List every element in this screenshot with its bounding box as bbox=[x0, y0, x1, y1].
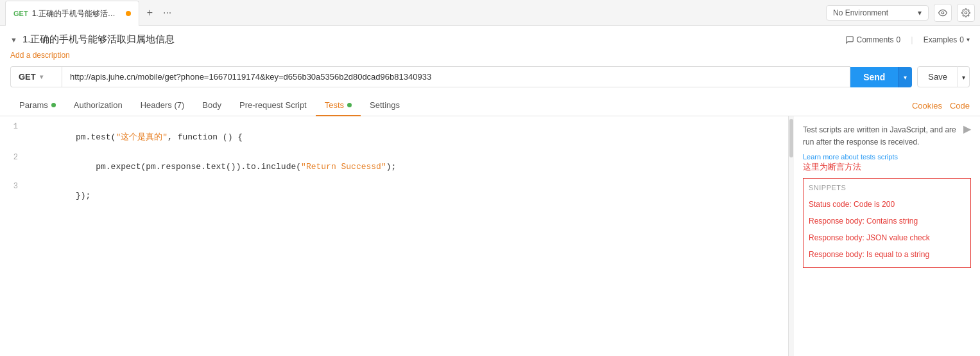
top-right-actions: Comments 0 | Examples 0 ▾ bbox=[845, 35, 970, 44]
cookies-link[interactable]: Cookies bbox=[912, 96, 942, 116]
more-options-button[interactable]: ··· bbox=[160, 6, 174, 20]
tab-settings[interactable]: Settings bbox=[361, 95, 409, 116]
right-tab-group: Cookies Code bbox=[912, 96, 970, 116]
method-label: GET bbox=[19, 72, 36, 82]
examples-chevron-icon: ▾ bbox=[967, 36, 970, 43]
request-tab[interactable]: GET 1.正确的手机号能够活取归属地... bbox=[5, 1, 139, 26]
comments-label: Comments bbox=[857, 35, 894, 44]
tab-title: 1.正确的手机号能够活取归属地... bbox=[32, 8, 122, 19]
assertion-label: 这里为断言方法 bbox=[803, 161, 971, 173]
line-number-2: 2 bbox=[0, 153, 26, 162]
save-dropdown-icon: ▾ bbox=[962, 74, 965, 81]
tab-unsaved-dot bbox=[126, 11, 131, 16]
environment-label: No Environment bbox=[833, 8, 888, 17]
examples-count: 0 bbox=[959, 35, 964, 44]
code-link[interactable]: Code bbox=[950, 96, 970, 116]
add-tab-button[interactable]: + bbox=[144, 6, 155, 20]
send-button[interactable]: Send bbox=[850, 67, 898, 87]
send-button-group: Send ▾ bbox=[850, 67, 912, 87]
method-select[interactable]: GET ▾ bbox=[10, 66, 62, 87]
snippet-json-value[interactable]: Response body: JSON value check bbox=[809, 230, 965, 245]
send-dropdown-button[interactable]: ▾ bbox=[898, 67, 912, 87]
collapse-chevron-icon[interactable]: ▼ bbox=[10, 36, 17, 44]
line-number-3: 3 bbox=[0, 182, 26, 191]
code-line-1: 1 pm.test("这个是真的", function () { bbox=[0, 121, 788, 152]
line-number-1: 1 bbox=[0, 122, 26, 131]
snippets-section: SNIPPETS Status code: Code is 200 Respon… bbox=[803, 178, 971, 268]
line-content-2: pm.expect(pm.response.text()).to.include… bbox=[26, 152, 788, 181]
expand-icon[interactable]: ▶ bbox=[963, 123, 971, 135]
tab-body[interactable]: Body bbox=[193, 95, 230, 116]
environment-select[interactable]: No Environment ▾ bbox=[826, 5, 929, 21]
right-panel: Test scripts are written in JavaScript, … bbox=[794, 116, 980, 356]
params-dot bbox=[51, 103, 56, 107]
learn-more-link[interactable]: Learn more about tests scripts bbox=[803, 153, 898, 161]
url-input[interactable] bbox=[62, 66, 850, 87]
url-bar: GET ▾ Send ▾ Save ▾ bbox=[0, 66, 980, 95]
code-scrollbar[interactable] bbox=[789, 116, 794, 356]
tab-method: GET bbox=[13, 10, 28, 17]
eye-icon[interactable] bbox=[934, 4, 952, 22]
snippet-contains-string[interactable]: Response body: Contains string bbox=[809, 213, 965, 229]
chevron-down-icon: ▾ bbox=[918, 8, 922, 17]
panel-description-area: Test scripts are written in JavaScript, … bbox=[803, 124, 971, 152]
code-editor[interactable]: 1 pm.test("这个是真的", function () { 2 pm.ex… bbox=[0, 116, 789, 356]
settings-icon[interactable] bbox=[957, 4, 975, 22]
request-header: ▼ 1.正确的手机号能够活取归属地信息 Comments 0 | Example… bbox=[0, 26, 980, 48]
method-chevron-icon: ▾ bbox=[40, 73, 43, 80]
save-button[interactable]: Save bbox=[917, 66, 958, 87]
comments-button[interactable]: Comments 0 bbox=[845, 35, 901, 44]
tab-bar: GET 1.正确的手机号能够活取归属地... + ··· No Environm… bbox=[0, 0, 980, 26]
request-title: 1.正确的手机号能够活取归属地信息 bbox=[22, 33, 175, 46]
examples-label: Examples bbox=[924, 35, 958, 44]
tab-headers[interactable]: Headers (7) bbox=[132, 95, 194, 116]
tests-dot bbox=[347, 103, 352, 107]
code-line-2: 2 pm.expect(pm.response.text()).to.inclu… bbox=[0, 152, 788, 181]
snippets-title: SNIPPETS bbox=[809, 184, 965, 191]
environment-area: No Environment ▾ bbox=[826, 4, 975, 22]
tab-tests[interactable]: Tests bbox=[316, 95, 361, 116]
svg-point-1 bbox=[965, 12, 967, 14]
save-dropdown-button[interactable]: ▾ bbox=[958, 66, 970, 87]
panel-description: Test scripts are written in JavaScript, … bbox=[803, 124, 961, 148]
main-content: 1 pm.test("这个是真的", function () { 2 pm.ex… bbox=[0, 116, 980, 356]
examples-button[interactable]: Examples 0 ▾ bbox=[924, 35, 970, 44]
tab-pre-request[interactable]: Pre-request Script bbox=[230, 95, 316, 116]
code-editor-container: 1 pm.test("这个是真的", function () { 2 pm.ex… bbox=[0, 116, 794, 356]
save-button-group: Save ▾ bbox=[917, 66, 970, 87]
tab-params[interactable]: Params bbox=[10, 95, 65, 116]
line-content-1: pm.test("这个是真的", function () { bbox=[26, 121, 788, 152]
code-line-3: 3 }); bbox=[0, 181, 788, 210]
request-tabs: Params Authorization Headers (7) Body Pr… bbox=[0, 95, 980, 116]
line-content-3: }); bbox=[26, 181, 788, 210]
snippet-equal-string[interactable]: Response body: Is equal to a string bbox=[809, 247, 965, 262]
send-dropdown-icon: ▾ bbox=[904, 74, 907, 81]
add-description-link[interactable]: Add a description bbox=[0, 48, 980, 66]
tab-authorization[interactable]: Authorization bbox=[65, 95, 132, 116]
svg-point-0 bbox=[941, 12, 944, 14]
tab-controls: + ··· bbox=[144, 6, 175, 20]
scrollbar-thumb bbox=[789, 119, 793, 157]
snippet-status-code[interactable]: Status code: Code is 200 bbox=[809, 197, 965, 212]
comments-count: 0 bbox=[897, 35, 901, 44]
